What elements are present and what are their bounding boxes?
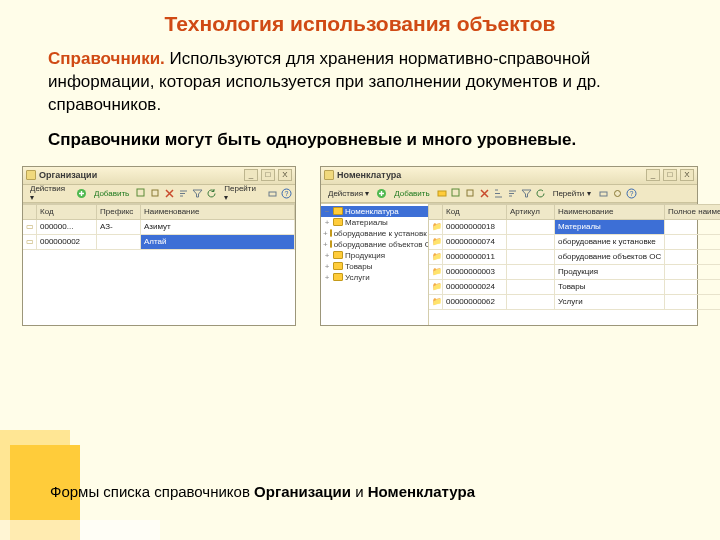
cell-code[interactable]: 00000000011 [443, 250, 507, 265]
cell-fullname[interactable] [665, 250, 720, 265]
cell-name-selected[interactable]: Алтай [141, 235, 295, 250]
tree-node[interactable]: +Материалы [321, 217, 428, 228]
cell-article[interactable] [507, 220, 555, 235]
add-icon[interactable] [76, 188, 87, 199]
delete-icon[interactable] [164, 188, 175, 199]
tree-label: оборудование объектов О [334, 240, 428, 249]
copy-icon[interactable] [150, 188, 161, 199]
col-header-code[interactable]: Код [37, 204, 97, 220]
row-folder-icon[interactable]: 📁 [429, 235, 443, 250]
cell-name[interactable]: Продукция [555, 265, 665, 280]
row-folder-icon[interactable]: 📁 [429, 250, 443, 265]
edit-icon[interactable] [451, 188, 462, 199]
col-header-prefix[interactable]: Префикс [97, 204, 141, 220]
expand-icon[interactable]: + [323, 240, 328, 249]
row-folder-icon[interactable]: 📁 [429, 280, 443, 295]
cell-article[interactable] [507, 295, 555, 310]
cell-article[interactable] [507, 265, 555, 280]
refresh-icon[interactable] [535, 188, 546, 199]
cell-name[interactable]: оборудование объектов ОС [555, 250, 665, 265]
expand-icon[interactable]: + [323, 218, 331, 227]
cell-code[interactable]: 000000... [37, 220, 97, 235]
row-icon[interactable]: ▭ [23, 220, 37, 235]
cell-article[interactable] [507, 250, 555, 265]
actions-menu[interactable]: Действия ▾ [324, 187, 373, 200]
add-button[interactable]: Добавить [90, 187, 133, 200]
help-icon[interactable]: ? [281, 188, 292, 199]
sort-icon[interactable] [507, 188, 518, 199]
col-header-article[interactable]: Артикул [507, 204, 555, 220]
expand-icon[interactable]: + [323, 229, 328, 238]
close-button[interactable]: X [680, 169, 694, 181]
cell-name[interactable]: Товары [555, 280, 665, 295]
hierarchy-icon[interactable] [493, 188, 504, 199]
cell-fullname[interactable] [665, 280, 720, 295]
print-icon[interactable] [598, 188, 609, 199]
cell-code[interactable]: 00000000024 [443, 280, 507, 295]
sort-icon[interactable] [178, 188, 189, 199]
add-folder-icon[interactable] [437, 188, 448, 199]
col-header-name[interactable]: Наименование [555, 204, 665, 220]
goto-menu[interactable]: Перейти ▾ [220, 182, 264, 204]
close-button[interactable]: X [278, 169, 292, 181]
toolbar: Действия ▾ Добавить Перейти ▾ ? [23, 185, 295, 203]
add-icon[interactable] [376, 188, 387, 199]
tree-node[interactable]: +Товары [321, 261, 428, 272]
row-folder-icon[interactable]: 📁 [429, 295, 443, 310]
edit-icon[interactable] [136, 188, 147, 199]
svg-rect-1 [137, 189, 144, 196]
delete-icon[interactable] [479, 188, 490, 199]
refresh-icon[interactable] [206, 188, 217, 199]
cell-fullname[interactable] [665, 295, 720, 310]
cell-name-selected[interactable]: Материалы [555, 220, 665, 235]
filter-icon[interactable] [521, 188, 532, 199]
cell-code[interactable]: 00000000074 [443, 235, 507, 250]
cell-article[interactable] [507, 235, 555, 250]
expand-icon[interactable]: + [323, 273, 331, 282]
cell-fullname[interactable] [665, 265, 720, 280]
cell-name[interactable]: оборудование к установке [555, 235, 665, 250]
maximize-button[interactable]: □ [261, 169, 275, 181]
cell-fullname[interactable] [665, 220, 720, 235]
col-header-code[interactable]: Код [443, 204, 507, 220]
minimize-button[interactable]: _ [244, 169, 258, 181]
expand-icon[interactable]: − [323, 207, 331, 216]
tree-node[interactable]: +оборудование к установк [321, 228, 428, 239]
cell-code[interactable]: 000000002 [37, 235, 97, 250]
expand-icon[interactable]: + [323, 251, 331, 260]
tree-node[interactable]: +Продукция [321, 250, 428, 261]
copy-icon[interactable] [465, 188, 476, 199]
row-folder-icon[interactable]: 📁 [429, 265, 443, 280]
cell-name[interactable]: Азимут [141, 220, 295, 235]
col-header-name[interactable]: Наименование [141, 204, 295, 220]
tree-node[interactable]: +оборудование объектов О [321, 239, 428, 250]
cell-code[interactable]: 00000000062 [443, 295, 507, 310]
filter-icon[interactable] [192, 188, 203, 199]
settings-icon[interactable] [612, 188, 623, 199]
goto-menu[interactable]: Перейти ▾ [549, 187, 595, 200]
expand-icon[interactable]: + [323, 262, 331, 271]
cell-prefix[interactable] [97, 235, 141, 250]
cell-name[interactable]: Услуги [555, 295, 665, 310]
row-icon[interactable]: ▭ [23, 235, 37, 250]
content: −Номенклатура +Материалы +оборудование к… [321, 203, 697, 325]
minimize-button[interactable]: _ [646, 169, 660, 181]
cell-code[interactable]: 00000000003 [443, 265, 507, 280]
maximize-button[interactable]: □ [663, 169, 677, 181]
cell-article[interactable] [507, 280, 555, 295]
col-header[interactable] [429, 204, 443, 220]
cell-prefix[interactable]: АЗ- [97, 220, 141, 235]
cell-code[interactable]: 00000000018 [443, 220, 507, 235]
col-header-fullname[interactable]: Полное наименование [665, 204, 720, 220]
tree-label: Товары [345, 262, 373, 271]
help-icon[interactable]: ? [626, 188, 637, 199]
actions-menu[interactable]: Действия ▾ [26, 182, 73, 204]
col-header[interactable] [23, 204, 37, 220]
tree-node[interactable]: +Услуги [321, 272, 428, 283]
print-icon[interactable] [267, 188, 278, 199]
row-folder-icon[interactable]: 📁 [429, 220, 443, 235]
tree-node-selected[interactable]: −Номенклатура [321, 206, 428, 217]
add-button[interactable]: Добавить [390, 187, 433, 200]
tree-label: Номенклатура [345, 207, 399, 216]
cell-fullname[interactable] [665, 235, 720, 250]
